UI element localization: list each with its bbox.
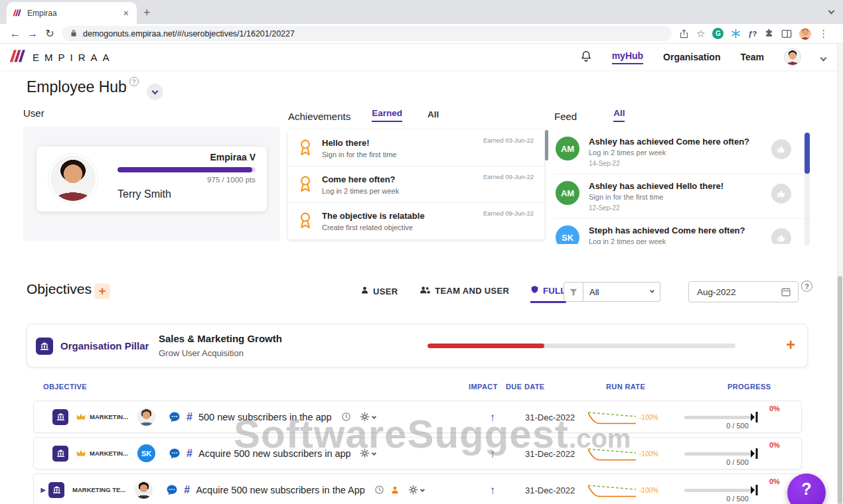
- side-panel-icon[interactable]: [781, 29, 792, 38]
- grammarly-extension-icon[interactable]: G: [712, 28, 724, 39]
- like-button[interactable]: [771, 228, 791, 244]
- back-icon[interactable]: ←: [7, 28, 24, 40]
- team-name: MARKETING TE...: [72, 486, 125, 493]
- comments-icon[interactable]: [169, 411, 181, 423]
- notifications-bell-icon[interactable]: [580, 50, 592, 65]
- tab-user-view[interactable]: USER: [360, 286, 398, 303]
- user-photo-avatar[interactable]: [48, 154, 98, 203]
- like-button[interactable]: [771, 184, 791, 204]
- address-bar[interactable]: demogonuts.empiraa.net/#/userobjectives/…: [62, 26, 672, 41]
- objective-title[interactable]: Acquire 500 new subscribers in the App: [196, 485, 365, 495]
- objective-title[interactable]: Acquire 500 new subscribers in app: [198, 448, 351, 459]
- feed-title: Ashley has achieved Hello there!: [589, 181, 724, 191]
- feed-subtitle: Log in 2 times per week: [589, 237, 745, 244]
- browser-profile-avatar[interactable]: [799, 28, 811, 40]
- fx-extension-icon[interactable]: ƒ?: [748, 30, 757, 38]
- browser-menu-icon[interactable]: ⋮: [818, 28, 828, 40]
- progress-percent: 0%: [769, 405, 780, 412]
- progress-fraction: 0 / 500: [704, 458, 771, 466]
- user-level: Empiraa V: [117, 152, 256, 162]
- comments-icon[interactable]: [166, 484, 178, 496]
- bookmark-star-icon[interactable]: ☆: [696, 28, 705, 40]
- hub-switcher-button[interactable]: [147, 84, 163, 100]
- url-text: demogonuts.empiraa.net/#/userobjectives/…: [83, 29, 295, 38]
- owner-avatar[interactable]: [135, 481, 153, 499]
- feed-list: AM Ashley has achieved Come here often? …: [554, 130, 811, 244]
- objective-row[interactable]: MARKETIN... SK # Acquire 500 new subscri…: [33, 437, 802, 470]
- feed-item[interactable]: AM Ashley has achieved Hello there! Sign…: [554, 174, 811, 219]
- run-rate-value: -100%: [639, 487, 658, 494]
- user-avatar[interactable]: [784, 48, 801, 66]
- feed-item[interactable]: SK Steph has achieved Come here often? L…: [554, 219, 811, 244]
- achievement-title: Hello there!: [322, 138, 397, 148]
- progress-fraction: 0 / 500: [704, 422, 771, 430]
- feed-subtitle: Sign in for the first time: [589, 193, 724, 201]
- tab-all-feed[interactable]: All: [613, 108, 625, 122]
- expand-row-icon[interactable]: ▶: [38, 486, 48, 493]
- objective-type-icon: [52, 409, 68, 425]
- achievement-item[interactable]: Hello there! Sign in for the first time …: [288, 130, 544, 166]
- filter-button[interactable]: [564, 282, 583, 302]
- progress-slider[interactable]: [684, 416, 751, 419]
- pillar-add-button[interactable]: +: [787, 336, 795, 354]
- feed-item[interactable]: AM Ashley has achieved Come here often? …: [554, 130, 811, 174]
- objective-row[interactable]: MARKETIN... # 500 new subscribers in the…: [33, 401, 802, 433]
- tab-earned[interactable]: Earned: [372, 108, 402, 122]
- row-settings-button[interactable]: [408, 485, 424, 495]
- tab-full-view[interactable]: FULL: [530, 284, 566, 303]
- page-help-icon[interactable]: ?: [129, 77, 139, 86]
- owner-avatar[interactable]: SK: [137, 444, 155, 462]
- profile-chevron-icon[interactable]: [821, 51, 826, 63]
- nav-myhub[interactable]: myHub: [612, 50, 643, 64]
- period-value: Aug-2022: [697, 287, 736, 297]
- clock-icon[interactable]: [341, 412, 351, 422]
- row-settings-button[interactable]: [360, 448, 376, 458]
- hash-icon: #: [187, 411, 192, 423]
- feed-section-title: Feed: [554, 111, 577, 122]
- tab-search-chevron-icon[interactable]: [829, 4, 834, 16]
- refresh-icon[interactable]: ↻: [41, 27, 58, 40]
- objective-row[interactable]: ▶ MARKETING TE... # Acquire 500 new subs…: [33, 473, 802, 504]
- achievements-scrollbar-thumb[interactable]: [545, 130, 548, 160]
- tab-all-achievements[interactable]: All: [427, 109, 439, 122]
- objective-title[interactable]: 500 new subscribers in the app: [198, 412, 332, 422]
- achievement-item[interactable]: Come here often? Log in 2 times per week…: [288, 166, 544, 203]
- row-settings-button[interactable]: [360, 412, 376, 422]
- nav-team[interactable]: Team: [740, 52, 764, 62]
- feed-scrollbar-thumb[interactable]: [805, 133, 810, 174]
- due-date: 31-Dec-2022: [525, 401, 575, 434]
- tab-full-label: FULL: [543, 286, 566, 296]
- owner-avatar[interactable]: [137, 408, 155, 426]
- filter-select[interactable]: All: [583, 282, 660, 302]
- like-button[interactable]: [771, 139, 791, 159]
- forward-icon[interactable]: →: [24, 28, 41, 40]
- snowflake-extension-icon[interactable]: [731, 29, 741, 38]
- crown-icon: [76, 413, 86, 420]
- clock-icon[interactable]: [374, 485, 384, 495]
- new-tab-button[interactable]: +: [143, 6, 151, 20]
- achievement-item[interactable]: The objective is relatable Create first …: [288, 203, 544, 239]
- comments-icon[interactable]: [169, 448, 181, 460]
- page-scrollbar-thumb[interactable]: [838, 276, 842, 504]
- objectives-help-icon[interactable]: ?: [801, 281, 812, 292]
- feed-date: 14-Sep-22: [589, 160, 749, 167]
- filter-selected-value: All: [589, 287, 599, 297]
- nav-organisation[interactable]: Organisation: [663, 52, 720, 62]
- empiraa-logo[interactable]: EMPIRAA: [9, 49, 115, 65]
- extensions-puzzle-icon[interactable]: [764, 29, 774, 38]
- achievement-earned-date: Earned 09-Jun-22: [483, 210, 534, 217]
- help-chat-button[interactable]: ?: [787, 473, 826, 504]
- user-name: Terry Smith: [117, 188, 256, 200]
- objectives-title: Objectives: [27, 281, 92, 297]
- progress-slider[interactable]: [684, 452, 751, 456]
- tab-close-icon[interactable]: ×: [121, 8, 131, 19]
- feed-subtitle: Log in 2 times per week: [589, 149, 749, 157]
- progress-slider[interactable]: [684, 489, 751, 492]
- period-date-input[interactable]: Aug-2022: [688, 281, 799, 302]
- add-objective-button[interactable]: +: [94, 283, 110, 299]
- run-rate-chart: [587, 409, 637, 429]
- tab-team-and-user-view[interactable]: TEAM AND USER: [419, 285, 509, 303]
- assignee-icon[interactable]: [390, 485, 400, 495]
- share-icon[interactable]: [679, 29, 689, 39]
- browser-tab[interactable]: Empiraa ×: [7, 2, 137, 24]
